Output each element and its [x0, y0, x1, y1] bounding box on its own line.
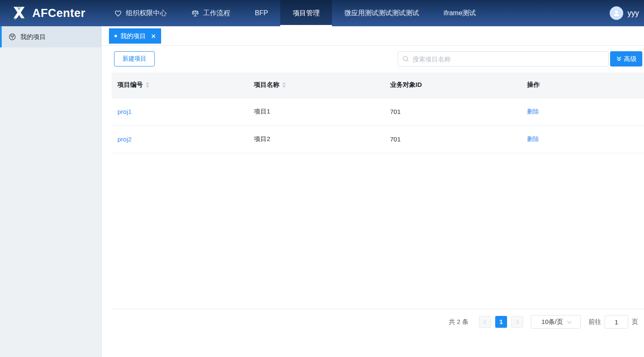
column-header-business-object-id: 业务对象ID — [384, 72, 521, 98]
column-header-actions: 操作 — [521, 72, 644, 98]
page-size-select[interactable]: 10条/页 — [531, 315, 581, 329]
chevron-right-icon — [515, 320, 519, 324]
top-navbar: AFCenter 组织权限中心 工作流程 — [0, 0, 644, 26]
page-unit-label: 页 — [632, 318, 638, 326]
user-menu[interactable]: yyy — [610, 0, 644, 26]
goto-page-input[interactable] — [605, 315, 628, 329]
sort-icon[interactable] — [282, 82, 286, 88]
sidebar-item-label: 我的项目 — [20, 33, 46, 41]
sidebar: 我的项目 — [0, 26, 102, 357]
page-number-1[interactable]: 1 — [495, 316, 507, 328]
main-content: 我的项目 新建项目 — [102, 26, 644, 357]
advanced-button-label: 高级 — [624, 55, 637, 63]
next-page-button[interactable] — [511, 316, 523, 328]
table-header-row: 项目编号 项目名称 业务对象ID 操作 — [112, 72, 644, 98]
search-box — [398, 51, 609, 66]
brand-logo[interactable]: AFCenter — [0, 0, 102, 26]
column-label: 项目名称 — [254, 81, 279, 89]
goto-label: 前往 — [588, 318, 601, 326]
business-object-id-cell: 701 — [390, 136, 401, 143]
new-project-button[interactable]: 新建项目 — [114, 51, 155, 66]
user-name: yyy — [627, 9, 639, 18]
pagination-total: 共 2 条 — [449, 318, 468, 326]
sidebar-item-my-projects[interactable]: 我的项目 — [0, 26, 101, 47]
tab-label: 我的项目 — [120, 32, 146, 40]
column-label: 业务对象ID — [390, 81, 422, 89]
search-input[interactable] — [413, 55, 604, 63]
heart-icon — [114, 9, 122, 17]
nav-item-label: 微应用测试测试测试测试 — [344, 9, 419, 18]
column-label: 项目编号 — [117, 81, 143, 89]
sort-icon[interactable] — [146, 82, 149, 88]
advanced-search-button[interactable]: 高级 — [610, 51, 642, 66]
tab-bar: 我的项目 — [102, 26, 644, 46]
nav-item-org-permission-center[interactable]: 组织权限中心 — [102, 0, 179, 26]
tab-active-dot-icon — [114, 35, 117, 37]
chevron-left-icon — [484, 320, 488, 324]
column-label: 操作 — [527, 81, 540, 89]
toolbar: 新建项目 高级 — [102, 46, 644, 72]
scale-icon — [191, 9, 199, 17]
nav-item-workflow[interactable]: 工作流程 — [179, 0, 243, 26]
app-title: AFCenter — [32, 7, 86, 20]
project-code-link[interactable]: proj1 — [117, 108, 131, 115]
nav-item-iframe-test[interactable]: iframe测试 — [431, 0, 488, 26]
nav-item-label: 工作流程 — [203, 9, 230, 18]
nav-item-microapp-test[interactable]: 微应用测试测试测试测试 — [332, 0, 431, 26]
project-name-cell: 项目1 — [254, 108, 270, 115]
double-chevron-down-icon — [616, 56, 622, 62]
chevron-down-icon — [567, 319, 572, 324]
afcenter-logo-icon — [11, 5, 27, 21]
prev-page-button[interactable] — [479, 316, 491, 328]
business-object-id-cell: 701 — [390, 108, 401, 115]
table-row: proj1 项目1 701 删除 — [112, 98, 644, 125]
column-header-project-name[interactable]: 项目名称 — [248, 72, 384, 98]
pagination: 共 2 条 1 10条/页 前往 页 — [449, 315, 638, 329]
delete-link[interactable]: 删除 — [527, 108, 539, 115]
broadcast-icon — [8, 33, 16, 41]
user-avatar — [610, 6, 623, 20]
page-size-value: 10条/页 — [541, 318, 563, 326]
search-icon — [402, 55, 409, 62]
table-row: proj2 项目2 701 删除 — [112, 125, 644, 153]
tab-close-icon[interactable] — [151, 34, 156, 39]
project-code-link[interactable]: proj2 — [117, 136, 131, 143]
delete-link[interactable]: 删除 — [527, 136, 539, 142]
nav-item-label: BFP — [255, 9, 268, 17]
pagination-divider — [112, 309, 644, 309]
main-nav: 组织权限中心 工作流程 BFP 项目管理 微应用测试测试测试测试 — [102, 0, 488, 26]
nav-item-label: iframe测试 — [443, 9, 476, 18]
nav-item-label: 项目管理 — [293, 9, 320, 18]
project-name-cell: 项目2 — [254, 135, 270, 142]
column-header-project-code[interactable]: 项目编号 — [112, 72, 248, 98]
projects-table: 项目编号 项目名称 业务对象ID 操作 — [112, 72, 644, 153]
search-group: 高级 — [398, 51, 642, 66]
tab-my-projects[interactable]: 我的项目 — [109, 28, 161, 44]
nav-item-project-management[interactable]: 项目管理 — [280, 0, 332, 26]
nav-item-bfp[interactable]: BFP — [243, 0, 280, 26]
nav-item-label: 组织权限中心 — [126, 9, 167, 18]
